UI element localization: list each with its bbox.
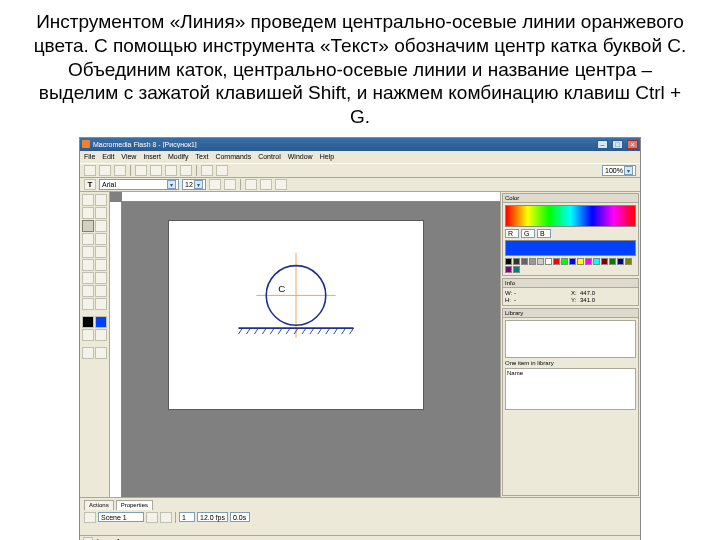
properties-tab[interactable]: Properties: [116, 500, 153, 510]
swatch[interactable]: [585, 258, 592, 265]
layer-icon[interactable]: [146, 512, 158, 523]
library-panel-header[interactable]: Library: [503, 309, 638, 318]
layer-add[interactable]: [160, 512, 172, 523]
menu-insert[interactable]: Insert: [143, 153, 161, 160]
paint-bucket-tool[interactable]: [95, 272, 107, 284]
minimize-button[interactable]: –: [597, 140, 608, 149]
subselection-tool[interactable]: [95, 194, 107, 206]
gradient-tool[interactable]: [95, 207, 107, 219]
zoom-combo[interactable]: 100%▾: [602, 165, 636, 176]
lasso-tool[interactable]: [95, 220, 107, 232]
workspace[interactable]: C: [110, 192, 500, 497]
brush-tool[interactable]: [95, 259, 107, 271]
color-panel-header[interactable]: Color: [503, 194, 638, 203]
hand-tool[interactable]: [82, 298, 94, 310]
save-button[interactable]: [114, 165, 126, 176]
swatch[interactable]: [561, 258, 568, 265]
swatch[interactable]: [513, 258, 520, 265]
print-button[interactable]: [135, 165, 147, 176]
redo-button[interactable]: [216, 165, 228, 176]
color-spectrum[interactable]: [505, 205, 636, 227]
library-list[interactable]: Name: [505, 368, 636, 410]
align-left-button[interactable]: [245, 179, 257, 190]
titlebar[interactable]: Macromedia Flash 8 - [Рисунок1] – □ ×: [80, 138, 640, 151]
chevron-down-icon: ▾: [194, 180, 203, 189]
italic-button[interactable]: [224, 179, 236, 190]
maximize-button[interactable]: □: [612, 140, 623, 149]
default-colors[interactable]: [95, 329, 107, 341]
swatch[interactable]: [609, 258, 616, 265]
swatch[interactable]: [513, 266, 520, 273]
line-tool[interactable]: [82, 220, 94, 232]
copy-button[interactable]: [165, 165, 177, 176]
selection-tool[interactable]: [82, 194, 94, 206]
text-tool[interactable]: [95, 233, 107, 245]
r-input[interactable]: R: [505, 229, 519, 238]
eraser-tool[interactable]: [95, 285, 107, 297]
separator: [240, 179, 241, 190]
eyedropper-tool[interactable]: [82, 285, 94, 297]
text-t-icon: T: [84, 179, 96, 190]
drawing-content: C: [169, 221, 423, 410]
scene-icon: [84, 512, 96, 523]
font-family-combo[interactable]: Arial▾: [99, 179, 179, 190]
rectangle-tool[interactable]: [95, 246, 107, 258]
g-input[interactable]: G: [521, 229, 535, 238]
swatch[interactable]: [617, 258, 624, 265]
menu-edit[interactable]: Edit: [102, 153, 114, 160]
new-button[interactable]: [84, 165, 96, 176]
menu-window[interactable]: Window: [288, 153, 313, 160]
swatch[interactable]: [625, 258, 632, 265]
menu-control[interactable]: Control: [258, 153, 281, 160]
swatch[interactable]: [593, 258, 600, 265]
separator: [175, 512, 176, 523]
swatch[interactable]: [529, 258, 536, 265]
align-center-button[interactable]: [260, 179, 272, 190]
swatch[interactable]: [553, 258, 560, 265]
paste-button[interactable]: [180, 165, 192, 176]
info-y-label: Y:: [571, 297, 579, 303]
pencil-tool[interactable]: [82, 259, 94, 271]
undo-button[interactable]: [201, 165, 213, 176]
pen-tool[interactable]: [82, 233, 94, 245]
menubar: File Edit View Insert Modify Text Comman…: [80, 151, 640, 163]
option-1[interactable]: [82, 347, 94, 359]
font-size-combo[interactable]: 12▾: [182, 179, 206, 190]
main-toolbar: 100%▾: [80, 163, 640, 178]
option-2[interactable]: [95, 347, 107, 359]
oval-tool[interactable]: [82, 246, 94, 258]
menu-view[interactable]: View: [121, 153, 136, 160]
time-display: 0.0s: [230, 512, 250, 522]
stage[interactable]: C: [168, 220, 424, 410]
zoom-tool[interactable]: [95, 298, 107, 310]
open-button[interactable]: [99, 165, 111, 176]
stroke-color[interactable]: [82, 316, 94, 328]
swatch[interactable]: [601, 258, 608, 265]
scene-combo[interactable]: Scene 1: [98, 512, 144, 522]
swatch[interactable]: [537, 258, 544, 265]
align-right-button[interactable]: [275, 179, 287, 190]
statusbar: Layer 1: [80, 535, 640, 540]
swatch[interactable]: [569, 258, 576, 265]
menu-text[interactable]: Text: [196, 153, 209, 160]
menu-help[interactable]: Help: [320, 153, 334, 160]
cut-button[interactable]: [150, 165, 162, 176]
ink-bottle-tool[interactable]: [82, 272, 94, 284]
menu-commands[interactable]: Commands: [215, 153, 251, 160]
close-button[interactable]: ×: [627, 140, 638, 149]
swatch[interactable]: [505, 258, 512, 265]
tools-panel: [80, 192, 110, 497]
swatch[interactable]: [505, 266, 512, 273]
actions-tab[interactable]: Actions: [84, 500, 114, 510]
bold-button[interactable]: [209, 179, 221, 190]
free-transform-tool[interactable]: [82, 207, 94, 219]
swatch[interactable]: [521, 258, 528, 265]
info-panel-header[interactable]: Info: [503, 279, 638, 288]
b-input[interactable]: B: [537, 229, 551, 238]
swatch[interactable]: [545, 258, 552, 265]
menu-file[interactable]: File: [84, 153, 95, 160]
swatch[interactable]: [577, 258, 584, 265]
menu-modify[interactable]: Modify: [168, 153, 189, 160]
fill-color[interactable]: [95, 316, 107, 328]
swap-colors[interactable]: [82, 329, 94, 341]
